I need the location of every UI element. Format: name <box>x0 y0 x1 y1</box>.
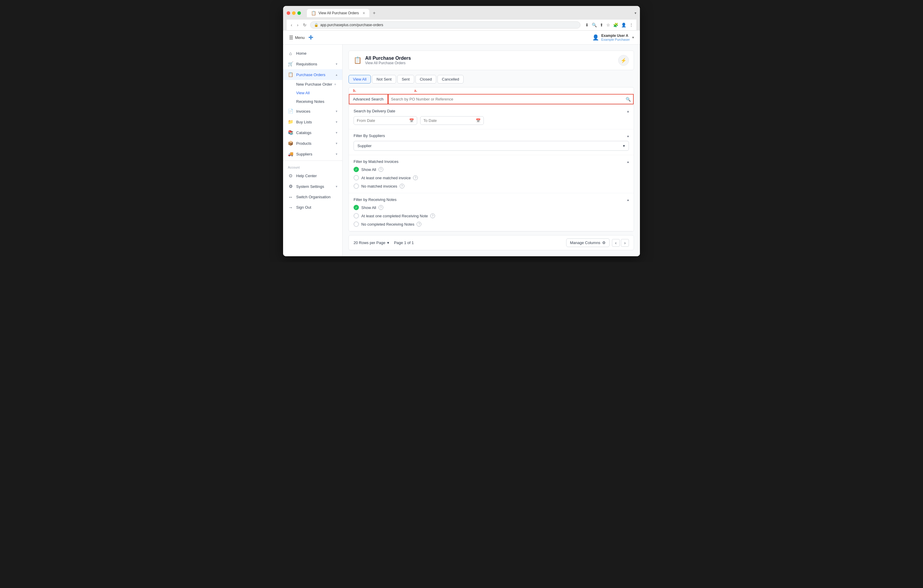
new-tab-btn[interactable]: + <box>371 9 378 17</box>
system-settings-icon: ⚙ <box>288 184 293 189</box>
rn-show-all-help-icon[interactable]: ? <box>379 205 383 210</box>
supplier-dropdown-arrow: ▾ <box>623 144 625 148</box>
page-title: All Purchase Orders <box>365 56 411 61</box>
matched-invoices-header[interactable]: Filter by Matched Invoices ▴ <box>353 159 629 164</box>
tab-not-sent[interactable]: Not Sent <box>372 75 396 84</box>
lightning-button[interactable]: ⚡ <box>618 55 629 66</box>
to-date-input[interactable] <box>424 118 473 123</box>
delivery-date-header[interactable]: Search by Delivery Date ▴ <box>353 109 629 113</box>
search-input[interactable] <box>391 97 626 101</box>
supplier-dropdown[interactable]: Supplier ▾ <box>353 141 629 151</box>
sidebar-item-products[interactable]: 📦 Products ▾ <box>283 138 342 149</box>
prev-page-btn[interactable]: ‹ <box>612 239 620 247</box>
sidebar-item-suppliers[interactable]: 🚚 Suppliers ▾ <box>283 149 342 159</box>
next-page-btn[interactable]: › <box>621 239 629 247</box>
matched-invoices-filter: Filter by Matched Invoices ▴ ✓ Show All … <box>349 155 634 193</box>
sidebar-item-switch-organisation[interactable]: ↔ Switch Organisation <box>283 192 342 202</box>
rn-at-least-one-radio <box>353 213 359 218</box>
sidebar-item-purchase-orders[interactable]: 📋 Purchase Orders ▴ <box>283 69 342 80</box>
manage-columns-btn[interactable]: Manage Columns ⚙ <box>566 238 609 247</box>
sidebar-label-products: Products <box>296 141 311 146</box>
menu-toggle[interactable]: ☰ Menu <box>289 35 305 40</box>
delivery-date-title: Search by Delivery Date <box>353 109 395 113</box>
url-text: app.purchaseplus.com/purchase-orders <box>320 23 383 27</box>
tab-view-all[interactable]: View All <box>348 75 371 84</box>
browser-menu-btn[interactable]: ▾ <box>635 11 636 15</box>
to-date-wrapper[interactable]: 📅 <box>420 116 484 125</box>
sidebar-item-requisitions[interactable]: 🛒 Requisitions ▾ <box>283 59 342 69</box>
rn-at-least-one-help-icon[interactable]: ? <box>430 214 435 218</box>
invoices-icon: 📄 <box>288 108 293 114</box>
show-all-help-icon[interactable]: ? <box>379 167 383 172</box>
sidebar-item-system-settings[interactable]: ⚙ System Settings ▾ <box>283 181 342 192</box>
suppliers-icon: 🚚 <box>288 151 293 157</box>
buy-lists-icon: 📁 <box>288 119 293 125</box>
sidebar-item-sign-out[interactable]: → Sign Out <box>283 202 342 213</box>
menu-label: Menu <box>295 35 305 40</box>
rn-at-least-one-label: At least one completed Receiving Note <box>361 214 428 218</box>
from-date-calendar-icon: 📅 <box>409 118 414 123</box>
address-bar[interactable]: 🔒 app.purchaseplus.com/purchase-orders <box>310 21 580 28</box>
sign-out-icon: → <box>288 205 293 210</box>
supplier-dropdown-label: Supplier <box>357 144 372 148</box>
from-date-input[interactable] <box>357 118 407 123</box>
receiving-notes-header[interactable]: Filter by Receiving Notes ▴ <box>353 197 629 202</box>
sidebar-label-purchase-orders: Purchase Orders <box>296 72 325 77</box>
close-window-btn[interactable] <box>287 11 290 15</box>
user-role: Example Purchaser <box>601 38 630 41</box>
sidebar-item-buy-lists[interactable]: 📁 Buy Lists ▾ <box>283 117 342 127</box>
minimize-window-btn[interactable] <box>292 11 296 15</box>
matched-invoices-show-all[interactable]: ✓ Show All ? <box>353 167 629 172</box>
sidebar-sub-new-purchase-order[interactable]: New Purchase Order + <box>296 80 342 89</box>
suppliers-filter: Filter By Suppliers ▴ Supplier ▾ <box>349 129 634 155</box>
back-btn[interactable]: ‹ <box>290 22 294 28</box>
catalogs-chevron: ▾ <box>336 131 338 135</box>
extensions-icon[interactable]: 🧩 <box>613 23 618 27</box>
rn-no-completed-help-icon[interactable]: ? <box>417 222 421 227</box>
user-dropdown-arrow[interactable]: ▾ <box>632 35 634 39</box>
at-least-one-help-icon[interactable]: ? <box>413 176 418 180</box>
advanced-search-btn[interactable]: Advanced Search <box>349 94 388 104</box>
tab-close-btn[interactable]: ✕ <box>363 11 365 15</box>
rows-per-page-selector[interactable]: 20 Rows per Page ▾ <box>353 240 389 245</box>
matched-invoices-at-least-one[interactable]: At least one matched invoice ? <box>353 175 629 181</box>
browser-more-icon[interactable]: ⋮ <box>629 23 633 27</box>
download-icon[interactable]: ⬇ <box>585 23 589 27</box>
sidebar-item-help-center[interactable]: ⊙ Help Center <box>283 170 342 181</box>
manage-columns-label: Manage Columns <box>570 240 600 245</box>
receiving-notes-none-completed[interactable]: No completed Receiving Notes ? <box>353 222 629 227</box>
annotation-b-label: b. <box>353 89 356 93</box>
tab-closed[interactable]: Closed <box>416 75 436 84</box>
sidebar-item-catalogs[interactable]: 📚 Catalogs ▾ <box>283 127 342 138</box>
refresh-btn[interactable]: ↻ <box>302 22 308 28</box>
maximize-window-btn[interactable] <box>297 11 301 15</box>
browser-profile-icon[interactable]: 👤 <box>621 23 626 27</box>
matched-invoices-none[interactable]: No matched invoices ? <box>353 184 629 189</box>
new-po-label: New Purchase Order <box>296 82 332 87</box>
tabs-row: View All Not Sent Sent Closed Cancelled <box>348 75 634 84</box>
invoices-chevron: ▾ <box>336 109 338 113</box>
matched-invoices-collapse-icon: ▴ <box>627 159 629 164</box>
sidebar-sub-view-all[interactable]: View All <box>296 89 342 97</box>
tab-cancelled[interactable]: Cancelled <box>437 75 463 84</box>
zoom-icon[interactable]: 🔍 <box>592 23 597 27</box>
sidebar-sub-receiving-notes[interactable]: Receiving Notes <box>296 97 342 106</box>
sidebar-item-invoices[interactable]: 📄 Invoices ▾ <box>283 106 342 117</box>
search-input-wrapper[interactable]: 🔍 <box>388 94 634 104</box>
receiving-notes-at-least-one-completed[interactable]: At least one completed Receiving Note ? <box>353 213 629 218</box>
sidebar-label-switch-organisation: Switch Organisation <box>296 195 331 199</box>
no-matched-help-icon[interactable]: ? <box>400 184 404 189</box>
bookmark-icon[interactable]: ☆ <box>606 23 610 27</box>
share-icon[interactable]: ⬆ <box>600 23 603 27</box>
tab-sent[interactable]: Sent <box>397 75 414 84</box>
no-matched-radio <box>353 184 359 189</box>
from-date-wrapper[interactable]: 📅 <box>353 116 417 125</box>
forward-btn[interactable]: › <box>296 22 300 28</box>
receiving-notes-show-all[interactable]: ✓ Show All ? <box>353 205 629 210</box>
user-name: Example User A <box>601 34 630 38</box>
no-matched-label: No matched invoices <box>361 184 397 189</box>
active-tab[interactable]: 📋 View All Purchase Orders ✕ <box>307 9 370 17</box>
search-bar: Advanced Search 🔍 <box>349 94 634 105</box>
sidebar-item-home[interactable]: ⌂ Home <box>283 48 342 59</box>
suppliers-filter-header[interactable]: Filter By Suppliers ▴ <box>353 133 629 138</box>
